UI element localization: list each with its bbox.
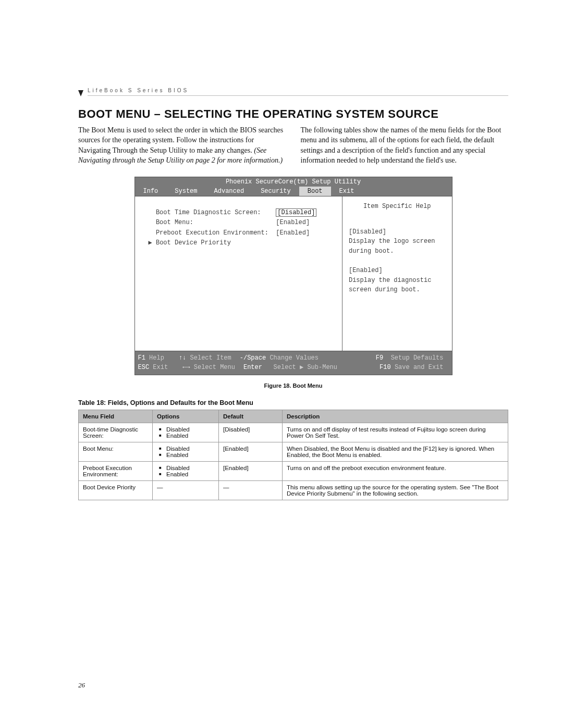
intro-columns: The Boot Menu is used to select the orde… <box>78 125 508 165</box>
option-item: Enabled <box>159 471 214 477</box>
cell-options: DisabledEnabled <box>153 442 219 462</box>
option-item: Enabled <box>159 452 214 458</box>
footer-key: F10 <box>380 364 391 371</box>
option-item: Disabled <box>159 446 214 452</box>
bios-tab-security: Security <box>252 187 299 196</box>
bios-title: Phoenix SecureCore(tm) Setup Utility <box>134 177 452 187</box>
option-item: Disabled <box>159 426 214 433</box>
th-default: Default <box>219 410 283 423</box>
table-row: Boot Menu:DisabledEnabled[Enabled]When D… <box>79 442 508 462</box>
bios-help-body: [Disabled] Display the logo screen durin… <box>349 227 446 295</box>
table-row: Boot Device Priority——This menu allows s… <box>79 481 508 500</box>
figure-caption: Figure 18. Boot Menu <box>78 382 508 389</box>
footer-key-f1: F1 <box>138 354 145 362</box>
bios-tab-exit: Exit <box>331 187 363 196</box>
cell-menu-field: Boot-time Diagnostic Screen: <box>79 423 153 442</box>
footer-val: Setup Defaults <box>391 354 444 362</box>
footer-key: F9 <box>376 354 383 362</box>
cell-default: [Enabled] <box>219 442 283 462</box>
footer-val: Select Menu <box>194 364 235 371</box>
option-item: Disabled <box>159 465 214 471</box>
footer-key: Enter <box>243 364 262 371</box>
bios-left-pane: Boot Time Diagnostic Screen: [Disabled] … <box>135 196 342 351</box>
table-header-row: Menu Field Options Default Description <box>79 410 508 423</box>
intro-left: The Boot Menu is used to select the orde… <box>78 125 286 165</box>
cell-default: [Enabled] <box>219 462 283 481</box>
footer-val: Save and Exit <box>395 364 444 371</box>
intro-left-text: The Boot Menu is used to select the orde… <box>78 126 283 154</box>
page-title: BOOT MENU – SELECTING THE OPERATING SYST… <box>78 107 508 121</box>
footer-val: Select ▶ Sub-Menu <box>274 364 337 371</box>
table-body: Boot-time Diagnostic Screen:DisabledEnab… <box>79 423 508 500</box>
footer-key: ←→ <box>182 364 190 371</box>
cell-menu-field: Boot Menu: <box>79 442 153 462</box>
page-number: 26 <box>78 681 85 689</box>
intro-right: The following tables show the names of t… <box>301 125 509 165</box>
table-row: Preboot Execution Environment:DisabledEn… <box>79 462 508 481</box>
footer-val: Select Item <box>190 354 231 362</box>
th-description: Description <box>283 410 508 423</box>
th-options: Options <box>153 410 219 423</box>
bios-body: Boot Time Diagnostic Screen: [Disabled] … <box>134 196 452 351</box>
bios-tabs: Info System Advanced Security Boot Exit <box>134 187 452 196</box>
cell-description: When Disabled, the Boot Menu is disabled… <box>283 442 508 462</box>
bios-tab-advanced: Advanced <box>206 187 253 196</box>
table-row: Boot-time Diagnostic Screen:DisabledEnab… <box>79 423 508 442</box>
bios-tab-boot: Boot <box>299 187 331 196</box>
cell-description: Turns on and off display of test results… <box>283 423 508 442</box>
bios-help-pane: Item Specific Help [Disabled] Display th… <box>342 196 452 351</box>
bios-figure: Phoenix SecureCore(tm) Setup Utility Inf… <box>134 177 452 375</box>
table-caption: Table 18: Fields, Options and Defaults f… <box>78 399 508 406</box>
footer-key-esc: ESC <box>138 364 150 371</box>
cell-options: DisabledEnabled <box>153 462 219 481</box>
cell-description: Turns on and off the preboot execution e… <box>283 462 508 481</box>
bios-help-title: Item Specific Help <box>349 202 446 212</box>
cell-options: DisabledEnabled <box>153 423 219 442</box>
triangle-down-icon <box>78 90 83 96</box>
cell-options: — <box>153 481 219 500</box>
cell-menu-field: Boot Device Priority <box>79 481 153 500</box>
bios-tab-info: Info <box>135 187 167 196</box>
cell-default: — <box>219 481 283 500</box>
option-item: Enabled <box>159 433 214 439</box>
footer-val: Change Values <box>270 354 319 362</box>
running-header-text: LifeBook S Series BIOS <box>88 88 508 96</box>
cell-menu-field: Preboot Execution Environment: <box>79 462 153 481</box>
cell-description: This menu allows setting up the source f… <box>283 481 508 500</box>
footer-val: Help <box>149 354 164 362</box>
footer-val: Exit <box>153 364 168 371</box>
running-header: LifeBook S Series BIOS <box>78 88 508 96</box>
bios-footer: F1 Help ↑↓ Select Item -/Space Change Va… <box>134 351 452 375</box>
th-menu-field: Menu Field <box>79 410 153 423</box>
footer-key: ↑↓ <box>179 354 186 362</box>
cell-default: [Disabled] <box>219 423 283 442</box>
fields-table: Menu Field Options Default Description B… <box>78 410 508 500</box>
page: LifeBook S Series BIOS BOOT MENU – SELEC… <box>0 0 563 728</box>
bios-tab-system: System <box>166 187 205 196</box>
footer-key: -/Space <box>240 354 266 362</box>
